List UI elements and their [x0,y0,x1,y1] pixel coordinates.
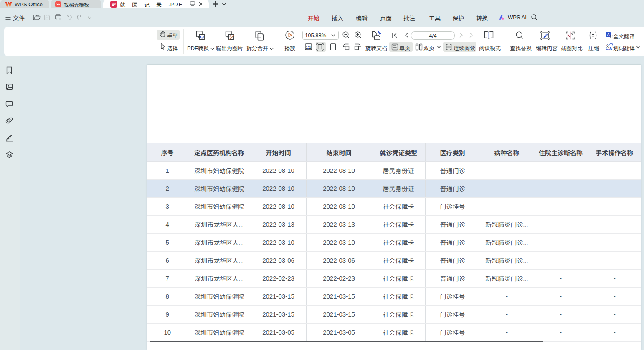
svg-text:A: A [609,46,612,51]
svg-text:1:1: 1:1 [306,45,311,49]
svg-text:A: A [607,32,610,37]
